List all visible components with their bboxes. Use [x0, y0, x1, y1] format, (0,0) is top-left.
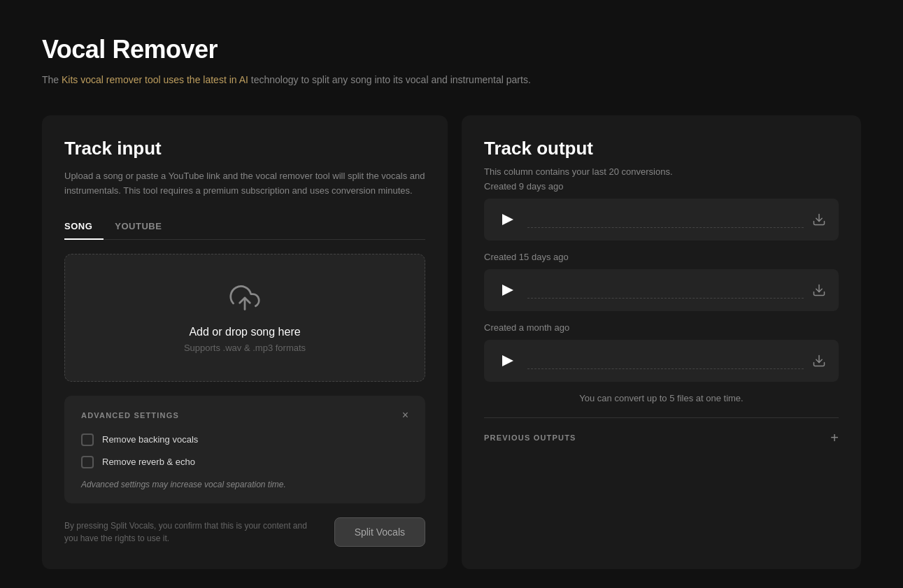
play-icon-2	[502, 285, 513, 296]
play-button-3[interactable]	[497, 350, 519, 372]
track-output-title: Track output	[484, 138, 839, 159]
play-button-2[interactable]	[497, 279, 519, 301]
track-input-tabs: SONG YOUTUBE	[64, 215, 425, 240]
page-title: Vocal Remover	[42, 35, 861, 64]
drop-zone-subtitle: Supports .wav & .mp3 formats	[79, 343, 411, 353]
track-output-panel: Track output This column contains your l…	[462, 115, 861, 569]
download-icon-2	[812, 283, 826, 297]
waveform-3	[527, 352, 804, 369]
page-container: Vocal Remover The Kits vocal remover too…	[0, 0, 903, 588]
subtitle-suffix: technology to split any song into its vo…	[251, 74, 531, 85]
track-output-description: This column contains your last 20 conver…	[484, 166, 839, 177]
output-track-1	[484, 199, 839, 241]
page-subtitle: The Kits vocal remover tool uses the lat…	[42, 73, 861, 87]
tab-song[interactable]: SONG	[64, 215, 104, 240]
disclaimer-text: By pressing Split Vocals, you confirm th…	[64, 519, 316, 545]
drop-zone[interactable]: Add or drop song here Supports .wav & .m…	[64, 254, 425, 382]
download-icon-1	[812, 213, 826, 227]
advanced-settings-note: Advanced settings may increase vocal sep…	[81, 480, 408, 489]
previous-outputs-label: PREVIOUS OUTPUTS	[484, 433, 576, 442]
advanced-settings-header: ADVANCED SETTINGS ×	[81, 410, 408, 421]
track-3-timestamp: Created a month ago	[484, 322, 839, 333]
track-input-description: Upload a song or paste a YouTube link an…	[64, 169, 425, 199]
subtitle-highlight: Kits vocal remover tool uses the latest …	[62, 74, 248, 85]
upload-icon	[79, 282, 411, 316]
track-input-title: Track input	[64, 138, 425, 159]
play-icon-3	[502, 355, 513, 366]
output-track-2	[484, 269, 839, 311]
checkbox-reverb-echo[interactable]: Remove reverb & echo	[81, 456, 408, 468]
convert-limit-text: You can convert up to 5 files at one tim…	[484, 393, 839, 403]
split-vocals-button[interactable]: Split Vocals	[334, 517, 425, 547]
subtitle-prefix: The	[42, 74, 62, 85]
advanced-settings-panel: ADVANCED SETTINGS × Remove backing vocal…	[64, 396, 425, 503]
checkbox-backing-vocals[interactable]: Remove backing vocals	[81, 433, 408, 446]
previous-outputs-section: PREVIOUS OUTPUTS +	[484, 417, 839, 445]
download-button-1[interactable]	[812, 213, 826, 227]
track-2-timestamp: Created 15 days ago	[484, 252, 839, 262]
tab-youtube[interactable]: YOUTUBE	[104, 215, 173, 240]
main-content: Track input Upload a song or paste a You…	[42, 115, 861, 569]
backing-vocals-checkbox[interactable]	[81, 433, 94, 446]
reverb-echo-label: Remove reverb & echo	[102, 457, 195, 467]
reverb-echo-checkbox[interactable]	[81, 456, 94, 468]
advanced-settings-title: ADVANCED SETTINGS	[81, 411, 179, 420]
advanced-settings-close-button[interactable]: ×	[402, 410, 408, 421]
waveform-2	[527, 282, 804, 299]
backing-vocals-label: Remove backing vocals	[102, 434, 198, 445]
waveform-1	[527, 211, 804, 228]
download-icon-3	[812, 354, 826, 368]
play-button-1[interactable]	[497, 208, 519, 231]
output-track-3	[484, 340, 839, 382]
track-1-timestamp: Created 9 days ago	[484, 181, 839, 192]
download-button-3[interactable]	[812, 354, 826, 368]
previous-outputs-expand-button[interactable]: +	[830, 431, 839, 445]
play-icon-1	[502, 214, 513, 225]
track-input-panel: Track input Upload a song or paste a You…	[42, 115, 448, 569]
drop-zone-title: Add or drop song here	[79, 326, 411, 338]
bottom-row: By pressing Split Vocals, you confirm th…	[64, 517, 425, 547]
download-button-2[interactable]	[812, 283, 826, 297]
